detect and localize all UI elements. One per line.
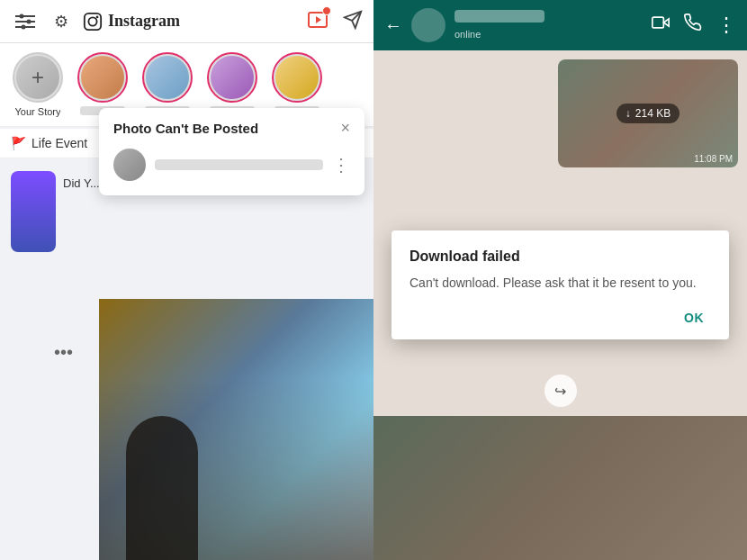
voice-call-icon[interactable] xyxy=(684,14,702,37)
life-event-icon: 🚩 xyxy=(11,136,26,150)
bottom-media-image xyxy=(374,416,747,560)
whatsapp-topbar: ← online ⋮ xyxy=(374,0,747,50)
back-button[interactable]: ← xyxy=(384,15,402,36)
contact-status: online xyxy=(454,29,481,40)
settings-icon[interactable]: ⚙ xyxy=(47,7,76,36)
chat-area: ↓ 214 KB 11:08 PM Download failed Can't … xyxy=(374,50,747,560)
left-panel: ⚙ Instagram xyxy=(0,0,374,560)
notif-avatar xyxy=(113,149,146,181)
story-item-yours[interactable]: + Your Story xyxy=(11,52,65,117)
filter-icon[interactable] xyxy=(11,7,40,36)
story-icon[interactable] xyxy=(307,9,328,34)
notif-username xyxy=(155,159,323,170)
svg-point-8 xyxy=(96,15,99,18)
right-panel: ← online ⋮ ↓ xyxy=(374,0,747,560)
app-name: Instagram xyxy=(108,12,180,31)
send-icon[interactable] xyxy=(343,10,363,33)
photo-silhouette xyxy=(126,416,198,560)
svg-point-3 xyxy=(27,19,32,23)
download-failed-dialog: Download failed Can't download. Please a… xyxy=(392,230,729,339)
svg-point-5 xyxy=(22,24,26,29)
dialog-actions: OK xyxy=(410,307,711,329)
svg-point-1 xyxy=(20,14,24,18)
feed-card-blue xyxy=(11,171,56,252)
forward-button[interactable]: ↪ xyxy=(544,375,577,407)
notif-title: Photo Can't Be Posted xyxy=(113,121,340,136)
file-size-label: 214 KB xyxy=(635,107,670,120)
life-event-label: Life Event xyxy=(32,136,87,150)
notif-close-button[interactable]: × xyxy=(340,119,350,138)
contact-info: online xyxy=(454,10,643,41)
instagram-logo: Instagram xyxy=(83,12,180,32)
topbar-right-icons xyxy=(307,9,363,34)
download-badge[interactable]: ↓ 214 KB xyxy=(616,104,680,123)
wa-topbar-icons: ⋮ xyxy=(652,14,736,37)
contact-avatar xyxy=(411,8,446,42)
notif-more-button[interactable]: ⋮ xyxy=(332,154,350,176)
your-story-label: Your Story xyxy=(15,106,61,117)
download-arrow-icon: ↓ xyxy=(626,107,631,120)
instagram-topbar: ⚙ Instagram xyxy=(0,0,374,43)
did-you-know-text: Did Y... xyxy=(63,176,100,190)
contact-name-bar xyxy=(454,10,544,23)
notif-header: Photo Can't Be Posted × xyxy=(113,119,350,138)
svg-rect-13 xyxy=(652,17,664,28)
notif-user-row: ⋮ xyxy=(113,145,350,185)
dialog-body: Can't download. Please ask that it be re… xyxy=(410,274,711,293)
svg-rect-6 xyxy=(85,13,101,29)
dialog-title: Download failed xyxy=(410,248,711,265)
ok-button[interactable]: OK xyxy=(677,307,711,329)
feed-photo xyxy=(99,299,374,560)
wa-more-icon[interactable]: ⋮ xyxy=(716,14,736,37)
svg-point-7 xyxy=(88,17,96,25)
media-message: ↓ 214 KB 11:08 PM xyxy=(558,59,738,167)
video-call-icon[interactable] xyxy=(652,14,670,37)
svg-marker-12 xyxy=(663,19,669,26)
notification-popup: Photo Can't Be Posted × ⋮ xyxy=(99,108,364,195)
message-timestamp: 11:08 PM xyxy=(694,154,733,164)
media-thumbnail: ↓ 214 KB 11:08 PM xyxy=(558,59,738,167)
three-dots-icon[interactable]: ••• xyxy=(54,342,73,363)
